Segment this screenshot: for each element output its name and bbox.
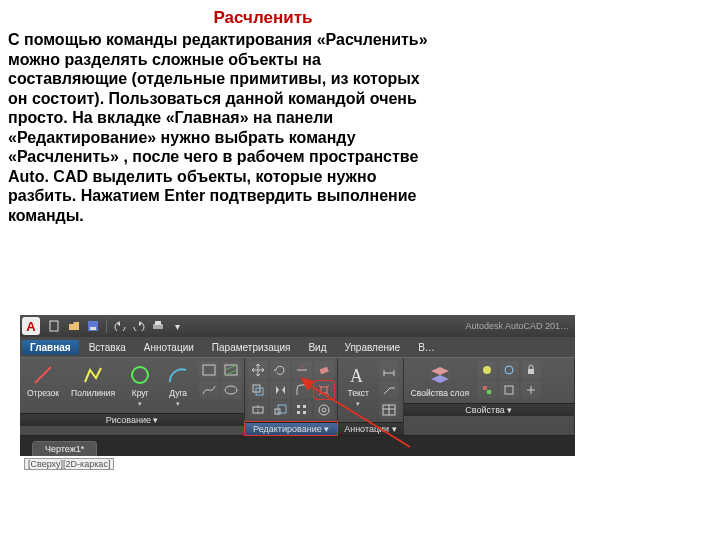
layer-lock-icon[interactable] — [521, 361, 541, 379]
open-icon[interactable] — [66, 318, 82, 334]
fillet-icon[interactable] — [292, 381, 312, 399]
save-icon[interactable] — [85, 318, 101, 334]
new-icon[interactable] — [47, 318, 63, 334]
ribbon: Отрезок Полилиния Круг ▾ Дуга ▾ — [20, 357, 575, 436]
svg-rect-7 — [203, 365, 215, 375]
undo-icon[interactable] — [112, 318, 128, 334]
panel-title-modify-label: Редактирование — [253, 424, 322, 434]
tab-view[interactable]: Вид — [300, 340, 334, 355]
app-menu-button[interactable]: A — [22, 317, 40, 335]
move-icon[interactable] — [248, 361, 268, 379]
text-label: Текст — [347, 389, 368, 398]
chevron-down-icon: ▾ — [356, 400, 360, 408]
ellipse-icon[interactable] — [221, 381, 241, 399]
trim-icon[interactable] — [292, 361, 312, 379]
polyline-label: Полилиния — [71, 389, 115, 398]
explode-button[interactable] — [314, 381, 334, 399]
chevron-down-icon[interactable]: ▾ — [169, 318, 185, 334]
tab-home[interactable]: Главная — [22, 340, 79, 355]
svg-rect-41 — [528, 369, 534, 374]
svg-rect-17 — [321, 387, 327, 393]
tab-parametric[interactable]: Параметризация — [204, 340, 299, 355]
polyline-icon — [80, 363, 106, 387]
circle-icon — [127, 363, 153, 387]
text-button[interactable]: A Текст ▾ — [341, 361, 375, 410]
layer-state-icon[interactable] — [499, 381, 519, 399]
layer-freeze-icon[interactable] — [499, 361, 519, 379]
scale-icon[interactable] — [270, 401, 290, 419]
svg-rect-29 — [303, 411, 306, 414]
svg-point-11 — [225, 386, 237, 394]
panel-title-modify[interactable]: Редактирование ▾ — [245, 422, 337, 435]
svg-rect-27 — [303, 405, 306, 408]
panel-draw: Отрезок Полилиния Круг ▾ Дуга ▾ — [20, 358, 245, 435]
panel-annotation: A Текст ▾ Аннотации ▾ — [338, 358, 404, 435]
autocad-window: A ▾ Autodesk AutoCAD 201… Главная Вставк… — [20, 315, 575, 484]
line-icon — [30, 363, 56, 387]
layer-properties-button[interactable]: Свойства слоя — [407, 361, 473, 400]
document-tabs: Чертеж1* — [20, 436, 575, 456]
svg-rect-43 — [487, 390, 491, 394]
article-heading: Расчленить — [98, 8, 428, 28]
svg-line-21 — [327, 393, 329, 395]
ribbon-tabs: Главная Вставка Аннотации Параметризация… — [20, 337, 575, 357]
circle-label: Круг — [132, 389, 149, 398]
svg-text:A: A — [350, 366, 363, 386]
article-body: С помощью команды редактирования «Расчле… — [8, 30, 428, 225]
copy-icon[interactable] — [248, 381, 268, 399]
document-tab[interactable]: Чертеж1* — [32, 441, 97, 456]
erase-icon[interactable] — [314, 361, 334, 379]
arc-button[interactable]: Дуга ▾ — [161, 361, 195, 410]
line-button[interactable]: Отрезок — [23, 361, 63, 400]
layer-iso-icon[interactable] — [521, 381, 541, 399]
stretch-icon[interactable] — [248, 401, 268, 419]
svg-rect-44 — [505, 386, 513, 394]
leader-icon[interactable] — [379, 381, 399, 399]
tab-insert[interactable]: Вставка — [81, 340, 134, 355]
panel-title-annotation[interactable]: Аннотации ▾ — [338, 422, 403, 435]
viewport-label[interactable]: [Сверху][2D-каркас] — [24, 458, 114, 470]
circle-button[interactable]: Круг ▾ — [123, 361, 157, 410]
svg-line-9 — [225, 365, 237, 370]
arc-label: Дуга — [169, 389, 187, 398]
svg-line-5 — [35, 367, 51, 383]
layer-off-icon[interactable] — [477, 361, 497, 379]
svg-line-19 — [327, 385, 329, 387]
svg-rect-26 — [297, 405, 300, 408]
panel-title-draw[interactable]: Рисование ▾ — [20, 413, 244, 426]
rotate-icon[interactable] — [270, 361, 290, 379]
svg-point-40 — [505, 366, 513, 374]
layer-prop-label: Свойства слоя — [411, 389, 469, 398]
offset-icon[interactable] — [314, 401, 334, 419]
panel-title-annot-label: Аннотации — [344, 424, 389, 434]
drawing-area[interactable]: [Сверху][2D-каркас] — [20, 456, 575, 484]
match-properties-icon[interactable] — [477, 381, 497, 399]
quick-access-toolbar: A ▾ Autodesk AutoCAD 201… — [20, 315, 575, 337]
polyline-button[interactable]: Полилиния — [67, 361, 119, 400]
tab-manage[interactable]: Управление — [337, 340, 409, 355]
svg-rect-0 — [50, 321, 58, 331]
array-icon[interactable] — [292, 401, 312, 419]
tab-annotate[interactable]: Аннотации — [136, 340, 202, 355]
mirror-icon[interactable] — [270, 381, 290, 399]
svg-point-6 — [132, 367, 148, 383]
panel-properties: Свойства слоя Свойства ▾ — [404, 358, 575, 435]
svg-line-18 — [319, 385, 321, 387]
table-icon[interactable] — [379, 401, 399, 419]
svg-point-30 — [319, 405, 329, 415]
svg-rect-8 — [225, 365, 237, 375]
rect-icon[interactable] — [199, 361, 219, 379]
panel-title-properties[interactable]: Свойства ▾ — [404, 403, 574, 416]
tab-more[interactable]: В… — [410, 340, 443, 355]
panel-modify: Редактирование ▾ — [245, 358, 338, 435]
svg-rect-14 — [320, 367, 329, 374]
svg-rect-2 — [90, 327, 96, 330]
arc-icon — [165, 363, 191, 387]
text-icon: A — [345, 363, 371, 387]
spline-icon[interactable] — [199, 381, 219, 399]
dimension-icon[interactable] — [379, 361, 399, 379]
hatch-icon[interactable] — [221, 361, 241, 379]
redo-icon[interactable] — [131, 318, 147, 334]
chevron-down-icon: ▾ — [138, 400, 142, 408]
print-icon[interactable] — [150, 318, 166, 334]
